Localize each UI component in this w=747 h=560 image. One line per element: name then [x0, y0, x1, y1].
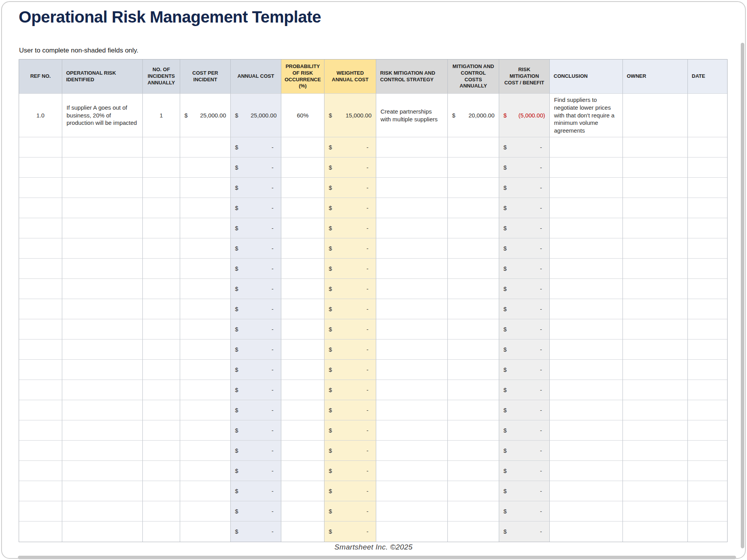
- cell-date[interactable]: [688, 340, 727, 360]
- cell-risk_identified[interactable]: [62, 158, 143, 178]
- cell-annual_cost[interactable]: $-: [231, 340, 281, 360]
- cell-incidents_annually[interactable]: [143, 340, 180, 360]
- cell-cost_per_incident[interactable]: [180, 319, 231, 340]
- cell-mitigation_strategy[interactable]: [376, 178, 448, 198]
- cell-ref_no[interactable]: [19, 299, 62, 319]
- cell-ref_no[interactable]: [19, 501, 62, 522]
- header-mitigation_strategy[interactable]: RISK MITIGATION AND CONTROL STRATEGY: [376, 60, 448, 94]
- header-mitigation_cost_benefit[interactable]: RISK MITIGATION COST / BENEFIT: [499, 60, 550, 94]
- cell-risk_identified[interactable]: [62, 198, 143, 218]
- cell-conclusion[interactable]: [550, 441, 623, 461]
- cell-probability[interactable]: [281, 400, 324, 420]
- cell-owner[interactable]: [623, 441, 688, 461]
- header-conclusion[interactable]: CONCLUSION: [550, 60, 623, 94]
- cell-mitigation_strategy[interactable]: [376, 420, 448, 441]
- cell-mitigation_strategy[interactable]: [376, 400, 448, 420]
- cell-mitigation_cost_benefit[interactable]: $-: [499, 340, 550, 360]
- cell-annual_cost[interactable]: $-: [231, 420, 281, 441]
- cell-probability[interactable]: [281, 501, 324, 522]
- cell-owner[interactable]: [623, 481, 688, 501]
- cell-annual_cost[interactable]: $-: [231, 400, 281, 420]
- header-date[interactable]: DATE: [688, 60, 727, 94]
- cell-date[interactable]: [688, 218, 727, 238]
- cell-owner[interactable]: [623, 178, 688, 198]
- cell-risk_identified[interactable]: [62, 400, 143, 420]
- cell-mitigation_cost_benefit[interactable]: $-: [499, 461, 550, 481]
- cell-cost_per_incident[interactable]: [180, 340, 231, 360]
- cell-cost_per_incident[interactable]: [180, 461, 231, 481]
- cell-cost_per_incident[interactable]: [180, 178, 231, 198]
- cell-owner[interactable]: [623, 400, 688, 420]
- cell-weighted_annual_cost[interactable]: $-: [324, 522, 376, 542]
- cell-cost_per_incident[interactable]: [180, 238, 231, 259]
- cell-mitigation_cost_benefit[interactable]: $-: [499, 319, 550, 340]
- cell-owner[interactable]: [623, 501, 688, 522]
- cell-incidents_annually[interactable]: [143, 420, 180, 441]
- cell-incidents_annually[interactable]: [143, 522, 180, 542]
- header-risk_identified[interactable]: OPERATIONAL RISK IDENTIFIED: [62, 60, 143, 94]
- cell-incidents_annually[interactable]: [143, 441, 180, 461]
- cell-weighted_annual_cost[interactable]: $-: [324, 238, 376, 259]
- cell-annual_cost[interactable]: $-: [231, 461, 281, 481]
- cell-mitigation_cost_benefit[interactable]: $-: [499, 279, 550, 299]
- cell-conclusion[interactable]: [550, 238, 623, 259]
- cell-mitigation_cost_benefit[interactable]: $-: [499, 380, 550, 400]
- header-mitigation_costs[interactable]: MITIGATION AND CONTROL COSTS ANNUALLY: [448, 60, 499, 94]
- cell-annual_cost[interactable]: $-: [231, 360, 281, 380]
- cell-conclusion[interactable]: [550, 400, 623, 420]
- cell-incidents_annually[interactable]: [143, 400, 180, 420]
- cell-ref_no[interactable]: [19, 481, 62, 501]
- cell-mitigation_costs[interactable]: [448, 158, 499, 178]
- cell-conclusion[interactable]: [550, 420, 623, 441]
- cell-probability[interactable]: [281, 340, 324, 360]
- cell-date[interactable]: [688, 94, 727, 137]
- cell-incidents_annually[interactable]: [143, 158, 180, 178]
- cell-ref_no[interactable]: [19, 400, 62, 420]
- cell-risk_identified[interactable]: [62, 238, 143, 259]
- cell-cost_per_incident[interactable]: [180, 198, 231, 218]
- cell-mitigation_costs[interactable]: $20,000.00: [448, 94, 499, 137]
- cell-date[interactable]: [688, 238, 727, 259]
- cell-probability[interactable]: [281, 218, 324, 238]
- cell-cost_per_incident[interactable]: [180, 218, 231, 238]
- cell-mitigation_strategy[interactable]: [376, 501, 448, 522]
- cell-date[interactable]: [688, 198, 727, 218]
- cell-mitigation_cost_benefit[interactable]: $-: [499, 158, 550, 178]
- cell-risk_identified[interactable]: [62, 380, 143, 400]
- cell-owner[interactable]: [623, 319, 688, 340]
- cell-conclusion[interactable]: [550, 259, 623, 279]
- cell-annual_cost[interactable]: $25,000.00: [231, 94, 281, 137]
- cell-ref_no[interactable]: [19, 420, 62, 441]
- cell-weighted_annual_cost[interactable]: $-: [324, 481, 376, 501]
- cell-annual_cost[interactable]: $-: [231, 238, 281, 259]
- cell-risk_identified[interactable]: [62, 420, 143, 441]
- cell-mitigation_cost_benefit[interactable]: $-: [499, 299, 550, 319]
- cell-mitigation_cost_benefit[interactable]: $-: [499, 259, 550, 279]
- header-annual_cost[interactable]: ANNUAL COST: [231, 60, 281, 94]
- cell-mitigation_strategy[interactable]: [376, 441, 448, 461]
- cell-annual_cost[interactable]: $-: [231, 299, 281, 319]
- cell-owner[interactable]: [623, 380, 688, 400]
- cell-risk_identified[interactable]: [62, 299, 143, 319]
- cell-risk_identified[interactable]: [62, 218, 143, 238]
- cell-annual_cost[interactable]: $-: [231, 178, 281, 198]
- cell-owner[interactable]: [623, 218, 688, 238]
- cell-mitigation_cost_benefit[interactable]: $(5,000.00): [499, 94, 550, 137]
- cell-date[interactable]: [688, 522, 727, 542]
- cell-weighted_annual_cost[interactable]: $-: [324, 178, 376, 198]
- cell-mitigation_strategy[interactable]: [376, 340, 448, 360]
- cell-incidents_annually[interactable]: [143, 461, 180, 481]
- cell-ref_no[interactable]: [19, 380, 62, 400]
- cell-probability[interactable]: [281, 380, 324, 400]
- cell-probability[interactable]: [281, 259, 324, 279]
- cell-mitigation_strategy[interactable]: [376, 137, 448, 158]
- cell-owner[interactable]: [623, 522, 688, 542]
- cell-date[interactable]: [688, 178, 727, 198]
- cell-conclusion[interactable]: [550, 319, 623, 340]
- cell-risk_identified[interactable]: [62, 279, 143, 299]
- cell-risk_identified[interactable]: [62, 461, 143, 481]
- cell-risk_identified[interactable]: [62, 481, 143, 501]
- cell-incidents_annually[interactable]: [143, 380, 180, 400]
- cell-owner[interactable]: [623, 94, 688, 137]
- horizontal-scrollbar[interactable]: [18, 556, 736, 559]
